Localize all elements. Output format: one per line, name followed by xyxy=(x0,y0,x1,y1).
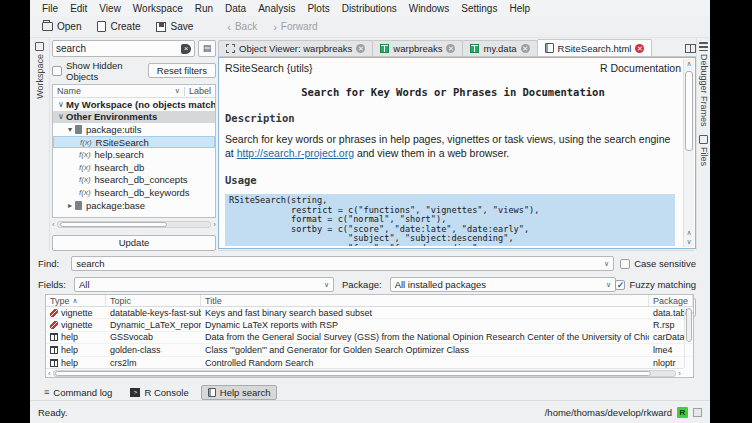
help-search-tab[interactable]: Help search xyxy=(201,385,278,400)
result-row[interactable]: vignette Dynamic_LaTeX_reports_with_RSP … xyxy=(46,319,693,331)
scroll-left-icon[interactable]: ‹ xyxy=(48,369,51,378)
menu-edit[interactable]: Edit xyxy=(64,2,93,15)
close-tab-icon[interactable]: ✕ xyxy=(635,44,644,53)
close-tab-icon[interactable]: ✕ xyxy=(521,44,530,53)
column-label[interactable]: Label xyxy=(189,86,211,96)
column-name[interactable]: Name xyxy=(57,86,175,96)
expander-icon[interactable]: ∨ xyxy=(56,100,66,109)
scroll-left-icon[interactable]: ‹ xyxy=(52,220,55,229)
package-label: Package: xyxy=(342,279,382,290)
back-button[interactable]: ‹Back xyxy=(221,19,263,34)
create-button[interactable]: Create xyxy=(91,19,146,34)
menu-distributions[interactable]: Distributions xyxy=(336,2,403,15)
bottom-tool-tabs: ≡Command log >R Console Help search xyxy=(30,384,710,400)
workspace-dock-tab[interactable]: Workspace xyxy=(30,38,49,103)
open-button[interactable]: Open xyxy=(36,19,87,34)
r-console-icon: > xyxy=(130,388,140,397)
close-tab-icon[interactable]: ✕ xyxy=(356,44,365,53)
r-engine-status-badge: R xyxy=(677,407,688,418)
tab-object-viewer-warpbreaks[interactable]: Object Viewer: warpbreaks ✕ xyxy=(218,40,373,56)
case-sensitive-checkbox[interactable] xyxy=(620,259,630,269)
result-row[interactable]: vignette datatable-keys-fast-subset Keys… xyxy=(46,307,693,319)
debugger-frames-dock-tab[interactable]: Debugger Frames xyxy=(697,38,710,131)
menu-windows[interactable]: Windows xyxy=(403,2,456,15)
usage-code-block[interactable]: RSiteSearch(string, restrict = c("functi… xyxy=(225,194,675,246)
workspace-panel: search × ▤ Show Hidden Objects Reset fil… xyxy=(52,40,216,252)
main-toolbar: Open Create Save ‹Back ›Forward xyxy=(30,16,710,38)
menu-settings[interactable]: Settings xyxy=(455,2,503,15)
fields-combobox[interactable]: All∨ xyxy=(74,277,334,292)
usage-heading: Usage xyxy=(225,174,681,186)
help-search-panel: Find: search∨ Case sensitive Fields: All… xyxy=(30,252,710,294)
forward-button[interactable]: ›Forward xyxy=(267,19,323,34)
vignette-icon xyxy=(50,321,58,329)
tab-warpbreaks[interactable]: warpbreaks ✕ xyxy=(372,40,463,56)
scroll-right-icon[interactable]: › xyxy=(213,220,216,229)
function-icon: f(x) xyxy=(79,188,91,197)
menu-workspace[interactable]: Workspace xyxy=(127,2,189,15)
find-label: Find: xyxy=(38,258,59,269)
menu-analysis[interactable]: Analysis xyxy=(252,2,301,15)
tree-item-other-environments[interactable]: ∨Other Environments xyxy=(53,111,215,124)
back-icon: ‹ xyxy=(227,22,231,32)
tree-item-package-base[interactable]: ▸package:base xyxy=(53,199,215,212)
results-horizontal-scrollbar[interactable]: ‹ › xyxy=(46,368,683,377)
help-page-icon xyxy=(545,43,554,53)
result-row[interactable]: help GSSvocab Data from the General Soci… xyxy=(46,332,693,344)
status-bar: Ready. /home/thomas/develop/rkward R xyxy=(30,400,710,423)
filter-options-button[interactable]: ▤ xyxy=(198,40,216,57)
column-title[interactable]: Title xyxy=(201,295,649,306)
open-icon xyxy=(42,22,53,31)
column-topic[interactable]: Topic xyxy=(106,295,201,306)
expander-icon[interactable]: ∨ xyxy=(56,112,66,121)
search-results-table: Type∧ Topic Title Package vignette datat… xyxy=(45,294,694,378)
column-package[interactable]: Package xyxy=(649,295,693,306)
files-icon xyxy=(699,135,708,144)
sort-ascending-icon: ∧ xyxy=(73,297,78,305)
search-r-project-link[interactable]: http://search.r-project.org xyxy=(237,147,354,159)
package-combobox[interactable]: All installed packages∨ xyxy=(390,277,616,292)
show-hidden-checkbox[interactable] xyxy=(52,66,62,76)
object-search-input[interactable]: search × xyxy=(52,40,195,57)
package-icon xyxy=(75,125,82,134)
tree-item-rsitesearch[interactable]: f(x)RSiteSearch xyxy=(53,136,215,149)
tree-horizontal-scrollbar[interactable]: ‹ › xyxy=(52,220,216,229)
expander-icon[interactable]: ▸ xyxy=(65,201,75,210)
tree-item-hsearch-db-concepts[interactable]: f(x)hsearch_db_concepts xyxy=(53,174,215,187)
menu-data[interactable]: Data xyxy=(219,2,252,15)
tree-item-hsearch-db-keywords[interactable]: f(x)hsearch_db_keywords xyxy=(53,186,215,199)
close-tab-icon[interactable]: ✕ xyxy=(446,44,455,53)
split-view-icon[interactable] xyxy=(685,44,696,53)
find-combobox[interactable]: search∨ xyxy=(71,256,614,271)
menu-run[interactable]: Run xyxy=(189,2,219,15)
update-button[interactable]: Update xyxy=(52,235,216,251)
clear-search-icon[interactable]: × xyxy=(181,44,191,54)
result-row[interactable]: help golden-class Class '"golden"' and G… xyxy=(46,344,693,356)
menu-file[interactable]: File xyxy=(36,2,64,15)
menubar: File Edit View Workspace Run Data Analys… xyxy=(30,0,710,16)
document-scrollbar[interactable]: ∧ ∧ ∨ xyxy=(683,59,694,247)
tree-item-hsearch-db[interactable]: f(x)hsearch_db xyxy=(53,161,215,174)
fuzzy-matching-checkbox[interactable]: ✓ xyxy=(615,280,625,290)
results-vertical-scrollbar[interactable] xyxy=(684,307,693,368)
files-dock-tab[interactable]: Files xyxy=(697,131,710,170)
tree-item-help-search[interactable]: f(x)help.search xyxy=(53,148,215,161)
column-dropdown-icon[interactable]: ∨ xyxy=(175,87,180,95)
panel-splitter[interactable] xyxy=(218,250,694,251)
save-button[interactable]: Save xyxy=(150,19,199,34)
doc-title: Search for Key Words or Phrases in Docum… xyxy=(225,86,681,98)
column-type[interactable]: Type∧ xyxy=(46,295,106,306)
r-console-tab[interactable]: >R Console xyxy=(124,386,194,399)
tree-item-my-workspace[interactable]: ∨My Workspace (no objects matching filte… xyxy=(53,98,215,111)
command-log-tab[interactable]: ≡Command log xyxy=(38,386,118,399)
reset-filters-button[interactable]: Reset filters xyxy=(148,63,216,78)
tab-rsitesearch-html[interactable]: RSiteSearch.html ✕ xyxy=(537,39,653,56)
expander-icon[interactable]: ▾ xyxy=(65,125,75,134)
menu-plots[interactable]: Plots xyxy=(301,2,335,15)
menu-help[interactable]: Help xyxy=(503,2,536,15)
help-icon xyxy=(50,359,58,367)
scroll-right-icon[interactable]: › xyxy=(678,369,681,378)
tree-item-package-utils[interactable]: ▾package:utils xyxy=(53,123,215,136)
tab-my-data[interactable]: my.data ✕ xyxy=(462,40,537,56)
menu-view[interactable]: View xyxy=(93,2,127,15)
